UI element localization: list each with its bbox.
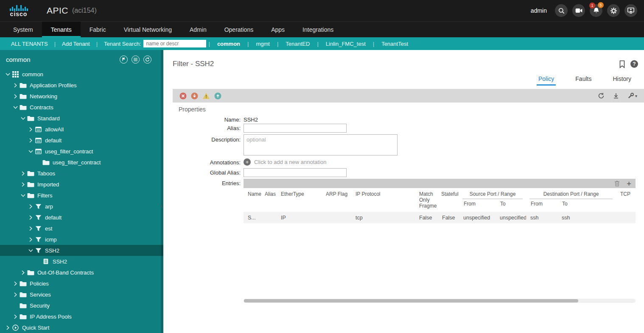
tenant-link-common[interactable]: common: [212, 41, 245, 47]
tree-expand-arrow[interactable]: [27, 127, 34, 132]
tab-faults[interactable]: Faults: [574, 75, 593, 86]
minor-faults-icon[interactable]: [202, 92, 210, 100]
description-field[interactable]: [244, 134, 398, 155]
tree-item-useg-filter-contract[interactable]: useg_filter_contract: [0, 146, 163, 157]
tools-dropdown[interactable]: ▾: [627, 92, 637, 99]
col-header-stateful[interactable]: Stateful: [438, 190, 459, 212]
refresh-icon[interactable]: [598, 92, 605, 99]
nav-tab-operations[interactable]: Operations: [216, 22, 262, 37]
tree-expand-arrow[interactable]: [12, 105, 19, 110]
settings-gear-icon[interactable]: [607, 4, 620, 17]
global-alias-field[interactable]: [244, 168, 347, 177]
horizontal-scrollbar[interactable]: [244, 299, 636, 303]
download-icon[interactable]: [613, 92, 619, 99]
delete-entry-icon[interactable]: [614, 180, 620, 186]
col-header-ip-protocol[interactable]: IP Protocol: [351, 190, 415, 212]
search-icon[interactable]: [555, 4, 568, 17]
tree-item-standard[interactable]: Standard: [0, 113, 163, 124]
col-header-source-to[interactable]: To: [496, 201, 526, 207]
tree-item-networking[interactable]: Networking: [0, 91, 163, 102]
bookmark-icon[interactable]: [619, 60, 625, 68]
tree-item-ssh2[interactable]: SSH2: [0, 256, 163, 267]
add-annotation-button[interactable]: +: [244, 158, 251, 166]
col-header-alias[interactable]: Alias: [260, 190, 277, 212]
help-icon[interactable]: ?: [630, 60, 638, 68]
tree-expand-arrow[interactable]: [27, 138, 34, 143]
tree-item-application-profiles[interactable]: Application Profiles: [0, 80, 163, 91]
tree-item-default[interactable]: default: [0, 212, 163, 223]
list-options-icon[interactable]: [132, 56, 140, 64]
tree-item-arp[interactable]: arp: [0, 201, 163, 212]
tree-expand-arrow[interactable]: [27, 226, 34, 231]
tree-expand-arrow[interactable]: [12, 314, 19, 319]
tree-expand-arrow[interactable]: [12, 281, 19, 286]
critical-faults-icon[interactable]: [179, 92, 187, 100]
tree-item-filters[interactable]: Filters: [0, 190, 163, 201]
col-header-tcp[interactable]: TCP: [616, 190, 636, 212]
alias-field[interactable]: [244, 124, 347, 133]
tree-expand-arrow[interactable]: [27, 248, 34, 253]
tree-expand-arrow[interactable]: [12, 292, 19, 297]
col-header-ethertype[interactable]: EtherType: [277, 190, 322, 212]
tree-item-ip-address-pools[interactable]: IP Address Pools: [0, 311, 163, 322]
tree-item-security[interactable]: Security: [0, 300, 163, 311]
col-header-destination-from[interactable]: From: [526, 201, 557, 207]
tenant-link-tenanted[interactable]: TenantED: [280, 41, 315, 47]
sidebar-collapse-handle[interactable]: ‹: [160, 203, 162, 209]
col-header-source-from[interactable]: From: [459, 201, 496, 207]
pin-icon[interactable]: [120, 56, 128, 64]
tree-expand-arrow[interactable]: [20, 182, 26, 187]
tenant-link-mgmt[interactable]: mgmt: [251, 41, 275, 47]
tree-expand-arrow[interactable]: [27, 204, 34, 209]
tree-item-services[interactable]: Services: [0, 289, 163, 300]
tree-expand-arrow[interactable]: [20, 270, 26, 275]
tree-item-taboos[interactable]: Taboos: [0, 168, 163, 179]
tree-item-useg-filter-contract[interactable]: useg_filter_contract: [0, 157, 163, 168]
tenant-link-tenanttest[interactable]: TenantTest: [376, 41, 413, 47]
tree-item-policies[interactable]: Policies: [0, 278, 163, 289]
nav-tab-apps[interactable]: Apps: [262, 22, 294, 37]
tree-expand-arrow[interactable]: [20, 116, 26, 121]
tree-item-imported[interactable]: Imported: [0, 179, 163, 190]
tab-history[interactable]: History: [611, 75, 633, 86]
major-faults-icon[interactable]: [191, 92, 198, 100]
tenant-search-input[interactable]: [143, 40, 206, 47]
col-header-name[interactable]: Name: [244, 190, 260, 212]
nav-tab-tenants[interactable]: Tenants: [42, 22, 81, 37]
notifications-bell-icon[interactable]: 1 5: [590, 4, 602, 17]
tenant-link-linlin-fmc-test[interactable]: Linlin_FMC_test: [321, 41, 371, 47]
tree-item-allowall[interactable]: allowAll: [0, 124, 163, 135]
alert-badge-warning[interactable]: 5: [598, 2, 604, 8]
nav-tab-virtual-networking[interactable]: Virtual Networking: [115, 22, 181, 37]
session-screen-icon[interactable]: [624, 4, 637, 17]
video-feedback-icon[interactable]: [572, 4, 585, 17]
add-tenant-link[interactable]: Add Tenant: [58, 41, 94, 47]
user-menu[interactable]: admin: [531, 7, 547, 14]
refresh-tree-icon[interactable]: [143, 56, 151, 64]
tree-expand-arrow[interactable]: [27, 237, 34, 242]
tab-policy[interactable]: Policy: [537, 75, 556, 86]
tree-item-quick-start[interactable]: Quick Start: [0, 322, 163, 333]
tree-item-est[interactable]: est: [0, 223, 163, 234]
col-header-match-only-fragment[interactable]: Match Only Fragme: [415, 190, 438, 212]
scrollbar-thumb[interactable]: [244, 299, 578, 302]
tree-item-out-of-band-contracts[interactable]: Out-Of-Band Contracts: [0, 267, 163, 278]
sidebar-scrollbar[interactable]: [161, 50, 163, 333]
all-tenants-link[interactable]: ALL TENANTS: [7, 41, 52, 47]
alert-badge-critical[interactable]: 1: [589, 3, 595, 8]
tree-expand-arrow[interactable]: [4, 325, 11, 330]
tree-item-default[interactable]: default: [0, 135, 163, 146]
nav-tab-integrations[interactable]: Integrations: [294, 22, 342, 37]
tree-item-icmp[interactable]: icmp: [0, 234, 163, 245]
col-header-destination-to[interactable]: To: [557, 201, 616, 207]
nav-tab-fabric[interactable]: Fabric: [81, 22, 115, 37]
tree-expand-arrow[interactable]: [12, 94, 19, 99]
tree-expand-arrow[interactable]: [27, 149, 34, 154]
tree-item-contracts[interactable]: Contracts: [0, 102, 163, 113]
nav-tab-system[interactable]: System: [4, 22, 42, 37]
tree-expand-arrow[interactable]: [20, 171, 26, 176]
tree-expand-arrow[interactable]: [4, 72, 11, 77]
tree-expand-arrow[interactable]: [27, 215, 34, 220]
tree-item-ssh2[interactable]: SSH2: [0, 245, 163, 256]
health-score-icon[interactable]: [214, 92, 221, 100]
